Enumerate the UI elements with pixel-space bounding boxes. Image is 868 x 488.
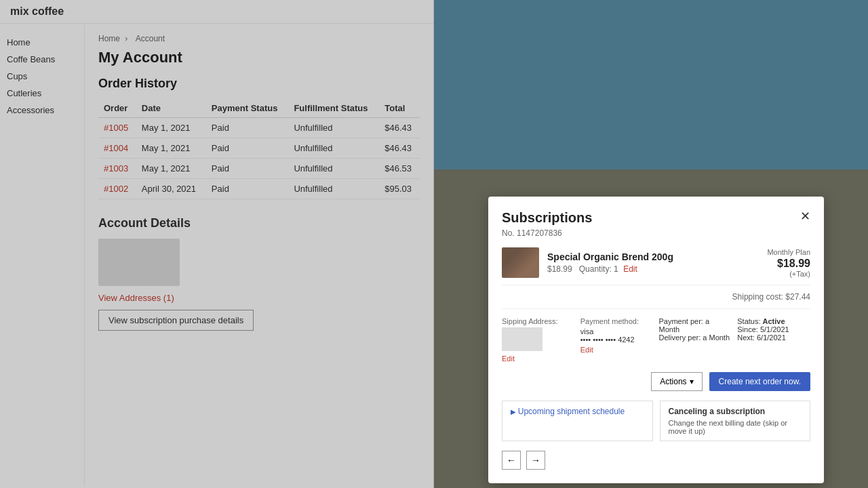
bottom-section: Upcoming shipment schedule Canceling a s… [502, 401, 810, 441]
product-name: Special Organic Brend 200g [547, 251, 767, 262]
plan-label: Monthly Plan [767, 248, 810, 256]
product-meta: $18.99 Quantity: 1 Edit [547, 264, 767, 274]
upcoming-shipment-link[interactable]: Upcoming shipment schedule [511, 407, 625, 416]
product-row: Special Organic Brend 200g $18.99 Quanti… [502, 247, 810, 285]
shipping-label: Shipping cost: [732, 292, 783, 302]
shipping-address-edit[interactable]: Edit [502, 354, 575, 363]
status-col: Status: Active Since: 5/1/2021 Next: 6/1… [737, 317, 810, 363]
payment-per-label: Payment per: a Month [659, 317, 732, 333]
modal-header: Subscriptions ✕ [502, 210, 810, 226]
quantity-value: 1 [614, 264, 618, 274]
upcoming-panel: Upcoming shipment schedule [502, 401, 653, 441]
payment-method-label: Payment method: [580, 317, 654, 325]
shipping-address-col: Sipping Address: Edit [502, 317, 575, 363]
payment-edit[interactable]: Edit [580, 346, 654, 354]
delivery-per-label: Delivery per: a Month [659, 333, 732, 342]
next-value: 6/1/2021 [757, 333, 786, 342]
product-info: Special Organic Brend 200g $18.99 Quanti… [547, 251, 767, 274]
quantity-label: Quantity: [579, 264, 612, 274]
actions-label: Actions [660, 377, 686, 386]
cancel-desc: Change the next billing date (skip or mo… [669, 419, 802, 435]
since-row: Since: 5/1/2021 [737, 325, 810, 333]
since-label: Since: [737, 325, 760, 333]
since-value: 5/1/2021 [760, 325, 789, 333]
subscriptions-modal: Subscriptions ✕ No. 1147207836 Special O… [488, 197, 824, 483]
plan-tax: (+Tax) [767, 270, 810, 278]
actions-chevron-icon: ▾ [690, 377, 694, 386]
shipping-address-label: Sipping Address: [502, 317, 575, 325]
plan-info: Monthly Plan $18.99 (+Tax) [767, 248, 810, 278]
pagination-row: ← → [502, 451, 810, 470]
shipping-address-placeholder [502, 327, 542, 351]
product-image [502, 247, 539, 278]
details-grid: Sipping Address: Edit Payment method: vi… [502, 317, 810, 363]
prev-page-button[interactable]: ← [502, 451, 521, 470]
create-next-order-button[interactable]: Create next order now. [709, 372, 810, 391]
cancel-title: Canceling a subscription [669, 407, 802, 416]
action-row: Actions ▾ Create next order now. [502, 372, 810, 391]
next-label: Next: [737, 333, 757, 342]
payment-method-col: Payment method: visa •••• •••• •••• 4242… [580, 317, 654, 363]
status-label: Status: [737, 317, 762, 325]
payment-method-value: visa [580, 327, 654, 336]
actions-button[interactable]: Actions ▾ [651, 372, 702, 391]
cancel-panel: Canceling a subscription Change the next… [660, 401, 811, 441]
payment-card-number: •••• •••• •••• 4242 [580, 336, 654, 344]
status-value: Active [763, 317, 785, 325]
payment-delivery-col: Payment per: a Month Delivery per: a Mon… [659, 317, 732, 363]
subscription-id: No. 1147207836 [502, 228, 810, 238]
modal-close-button[interactable]: ✕ [800, 210, 810, 222]
shipping-row: Shipping cost: $27.44 [502, 292, 810, 309]
product-edit-link[interactable]: Edit [623, 264, 637, 274]
product-price: $18.99 [547, 264, 572, 274]
status-row: Status: Active [737, 317, 810, 325]
plan-price: $18.99 [767, 258, 810, 270]
next-row: Next: 6/1/2021 [737, 333, 810, 342]
next-page-button[interactable]: → [526, 451, 545, 470]
modal-title: Subscriptions [502, 210, 592, 226]
shipping-value: $27.44 [785, 292, 810, 302]
